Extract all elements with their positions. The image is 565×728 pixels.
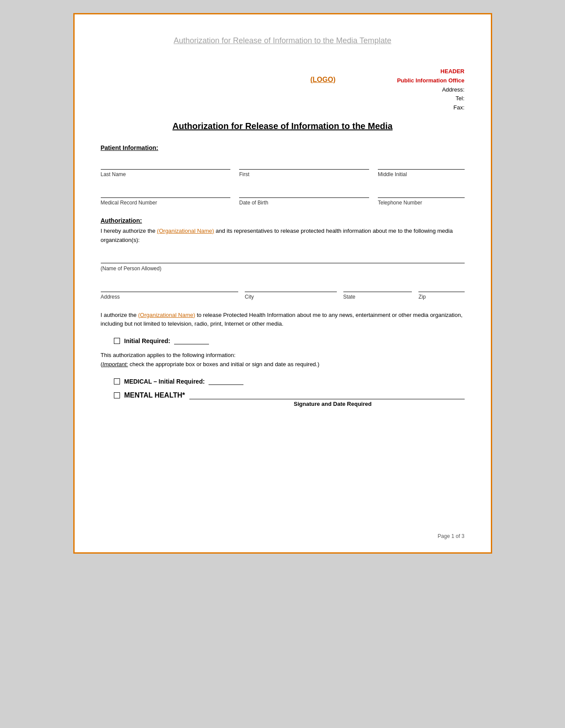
applies-section: This authorization applies to the follow… <box>101 351 465 369</box>
zip-label: Zip <box>418 294 464 300</box>
first-name-line <box>239 160 369 170</box>
address-line: Address: <box>397 85 465 95</box>
authorization-section: Authorization: I hereby authorize the (O… <box>101 217 465 245</box>
document-title: Authorization for Release of Information… <box>101 121 465 131</box>
mental-health-row: MENTAL HEALTH* Signature and Date Requir… <box>114 391 465 407</box>
dob-line <box>239 188 369 198</box>
applies-label: This authorization applies to the follow… <box>101 351 465 360</box>
important-note-text: (Important: check the appropriate box or… <box>101 360 465 369</box>
dob-field: Date of Birth <box>239 188 369 206</box>
state-label: State <box>343 294 412 300</box>
mrn-label: Medical Record Number <box>101 200 231 206</box>
middle-initial-line <box>378 160 465 170</box>
address-fields-row: Address City State Zip <box>101 282 465 300</box>
page-container: Authorization for Release of Information… <box>73 13 492 554</box>
medical-initial-blank <box>209 384 243 385</box>
patient-info-label: Patient Information: <box>101 144 465 151</box>
auth-text-part1: I hereby authorize the <box>101 228 157 234</box>
mrn-field: Medical Record Number <box>101 188 231 206</box>
state-line <box>343 282 412 292</box>
person-allowed-label: (Name of Person Allowed) <box>101 265 465 272</box>
initial-required-label: Initial Required: <box>124 337 209 344</box>
phone-line <box>378 188 465 198</box>
para2-org-link: (Organizational Name) <box>138 312 195 318</box>
pio-label: Public Information Office <box>397 76 465 85</box>
last-name-line <box>101 160 231 170</box>
person-allowed-line <box>101 254 465 263</box>
medical-checkbox-item: MEDICAL – Initial Required: <box>114 378 465 385</box>
initial-required-checkbox[interactable] <box>114 338 120 344</box>
initial-required-checkbox-item: Initial Required: <box>114 337 465 344</box>
last-name-field: Last Name <box>101 160 231 177</box>
medical-label: MEDICAL – Initial Required: <box>124 378 244 385</box>
page-title: Authorization for Release of Information… <box>101 36 465 45</box>
auth-body: I hereby authorize the (Organizational N… <box>101 227 465 245</box>
city-field: City <box>245 282 336 300</box>
phone-label: Telephone Number <box>378 200 465 206</box>
fax-line: Fax: <box>397 103 465 112</box>
medical-checkbox[interactable] <box>114 378 120 384</box>
signature-required-label: Signature and Date Required <box>201 401 465 407</box>
middle-initial-label: Middle Initial <box>378 171 465 177</box>
phone-field: Telephone Number <box>378 188 465 206</box>
mrn-line <box>101 188 231 198</box>
logo-area: (LOGO) <box>249 67 397 84</box>
mental-health-checkbox[interactable] <box>114 392 120 398</box>
city-line <box>245 282 336 292</box>
header-label: HEADER <box>397 67 465 76</box>
state-field: State <box>343 282 412 300</box>
logo-text: (LOGO) <box>310 76 336 83</box>
header-info: HEADER Public Information Office Address… <box>397 67 465 112</box>
middle-initial-field: Middle Initial <box>378 160 465 177</box>
initial-required-blank <box>174 344 209 344</box>
mental-health-label-row: MENTAL HEALTH* <box>114 391 465 399</box>
address-label: Address <box>101 294 239 300</box>
paragraph2: I authorize the (Organizational Name) to… <box>101 311 465 329</box>
address-line-field <box>101 282 239 292</box>
name-fields-row: Last Name First Middle Initial <box>101 160 465 177</box>
org-name-link: (Organizational Name) <box>157 228 214 234</box>
first-name-field: First <box>239 160 369 177</box>
zip-field: Zip <box>418 282 464 300</box>
important-word: Important: <box>103 361 128 367</box>
medical-fields-row: Medical Record Number Date of Birth Tele… <box>101 188 465 206</box>
zip-line <box>418 282 464 292</box>
para2-part1: I authorize the <box>101 312 138 318</box>
city-label: City <box>245 294 336 300</box>
mental-health-line <box>189 391 464 399</box>
first-name-label: First <box>239 171 369 177</box>
auth-label: Authorization: <box>101 217 142 224</box>
dob-label: Date of Birth <box>239 200 369 206</box>
header-section: (LOGO) HEADER Public Information Office … <box>101 67 465 112</box>
mental-health-label: MENTAL HEALTH* <box>124 391 185 399</box>
address-field: Address <box>101 282 239 300</box>
last-name-label: Last Name <box>101 171 231 177</box>
tel-line: Tel: <box>397 94 465 103</box>
page-number: Page 1 of 3 <box>438 533 464 539</box>
important-rest: check the appropriate box or boxes and i… <box>128 361 317 367</box>
person-allowed-section: (Name of Person Allowed) <box>101 254 465 272</box>
